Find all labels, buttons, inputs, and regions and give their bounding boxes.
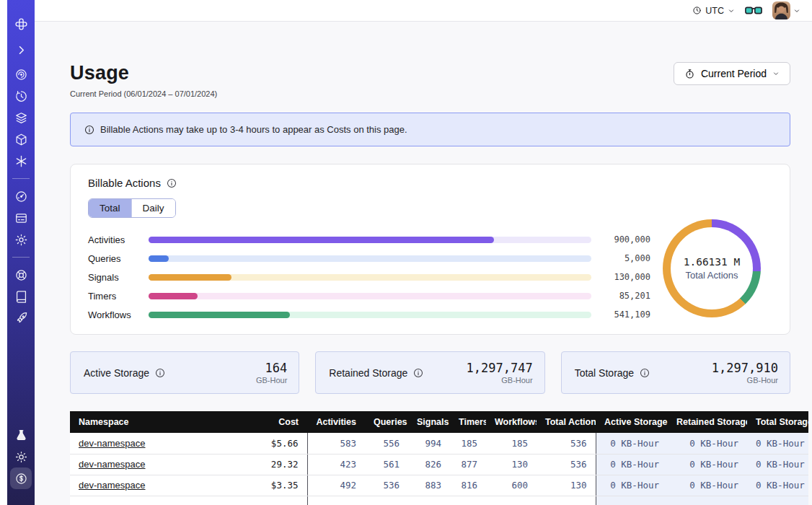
tab-daily[interactable]: Daily (131, 199, 175, 217)
storage-card: Total Storage 1,297,910 GB-Hour (561, 351, 790, 394)
bar-track (149, 293, 591, 299)
sidebar-divider (12, 178, 30, 179)
usage-gauge-icon[interactable] (10, 185, 32, 207)
table-cell: 0 KB-Hour (668, 433, 747, 454)
avatar (772, 1, 790, 19)
table-cell: 29.32 (247, 454, 307, 475)
bar-row: Queries 5,000 (88, 249, 650, 268)
expand-sidebar-chevron-icon[interactable] (10, 39, 32, 61)
bar-track (149, 312, 591, 318)
storage-unit: GB-Hour (467, 376, 533, 385)
billable-actions-card: Billable Actions Total Daily Activities … (70, 164, 790, 335)
bar-fill (149, 274, 231, 281)
table-header-row: NamespaceCostActivitiesQueriesSignalsTim… (70, 411, 808, 433)
table-row: dev-namespace$5.665835569941851855360 KB… (70, 433, 808, 454)
info-icon[interactable] (413, 368, 423, 378)
table-column-header: Total Storage (747, 411, 808, 433)
table-cell: 556 (365, 433, 408, 454)
main-area: UTC Usage Current Period (06/01/2024 – 0… (35, 0, 812, 505)
period-selector-label: Current Period (701, 68, 767, 79)
table-cell: 583 (307, 433, 365, 454)
lab-flask-icon[interactable] (10, 424, 32, 446)
storage-unit: GB-Hour (256, 376, 287, 385)
bar-category-label: Signals (88, 272, 149, 283)
storage-label: Retained Storage (329, 367, 407, 379)
table-cell: 185 (486, 433, 537, 454)
info-banner: Billable Actions may take up to 3-4 hour… (70, 113, 790, 146)
batch-layers-icon[interactable] (10, 107, 32, 128)
nexus-asterisk-icon[interactable] (10, 150, 32, 172)
getting-started-rocket-icon[interactable] (10, 307, 32, 329)
storage-label: Active Storage (84, 367, 149, 379)
table-cell (747, 496, 808, 505)
table-column-header: Total Actions (537, 411, 596, 433)
theme-sun-icon[interactable] (10, 446, 32, 467)
user-menu[interactable] (772, 1, 800, 19)
info-icon[interactable] (167, 178, 177, 188)
info-icon[interactable] (640, 368, 650, 378)
namespace-link[interactable]: dev-namespace (79, 459, 146, 470)
info-icon[interactable] (155, 368, 165, 378)
bar-value-label: 900,000 (599, 234, 650, 245)
table-cell: 536 (537, 433, 596, 454)
table-cell: 816 (450, 475, 486, 496)
namespace-cell: dev-namespace (70, 475, 247, 496)
table-cell (596, 496, 668, 505)
billable-actions-title: Billable Actions (88, 177, 161, 189)
app-window: UTC Usage Current Period (06/01/2024 – 0… (0, 0, 812, 505)
donut-total-label: Total Actions (686, 270, 738, 281)
sidebar-divider (12, 257, 30, 258)
deployments-cube-icon[interactable] (10, 128, 32, 150)
namespace-link[interactable]: dev-namespace (79, 438, 146, 449)
table-column-header: Active Storage (596, 411, 668, 433)
namespaces-icon[interactable] (10, 63, 32, 85)
table-cell: 492 (307, 475, 365, 496)
table-cell: $5.66 (247, 433, 307, 454)
bar-fill (149, 237, 494, 243)
total-actions-donut: 1.66131 M Total Actions (663, 219, 761, 317)
table-cell: 0 KB-Hour (596, 454, 668, 475)
billing-window-icon[interactable] (10, 207, 32, 229)
support-lifebuoy-icon[interactable] (10, 264, 32, 286)
bar-category-label: Timers (88, 291, 149, 302)
bar-value-label: 5,000 (599, 253, 650, 263)
settings-gear-icon[interactable] (10, 229, 32, 250)
table-cell: 877 (450, 454, 486, 475)
table-cell (247, 496, 307, 505)
table-row: dev-namespace$3.354925368838166001300 KB… (70, 475, 808, 496)
clock-icon (692, 6, 702, 15)
table-cell: 0 KB-Hour (668, 454, 747, 475)
table-body: dev-namespace$5.665835569941851855360 KB… (70, 433, 808, 505)
donut-total-value: 1.66131 M (684, 256, 741, 268)
bar-category-label: Workflows (88, 309, 149, 320)
bar-category-label: Queries (88, 253, 149, 264)
bar-fill (149, 293, 198, 299)
bar-track (149, 255, 591, 262)
table-cell (365, 496, 408, 505)
period-selector-button[interactable]: Current Period (674, 62, 790, 85)
table-cell: 826 (408, 454, 450, 475)
bar-row: Timers 85,201 (88, 286, 650, 305)
table-cell (486, 496, 537, 505)
timezone-selector[interactable]: UTC (692, 6, 735, 16)
billable-bar-chart: Activities 900,000 Queries 5,000 Signals… (88, 230, 650, 324)
sidebar (7, 0, 35, 505)
table-cell: 0 KB-Hour (747, 433, 808, 454)
storage-unit: GB-Hour (712, 376, 778, 385)
table-cell: 0 KB-Hour (668, 475, 747, 496)
docs-book-icon[interactable] (10, 286, 32, 307)
temporal-logo-icon[interactable] (10, 13, 32, 35)
chevron-down-icon (728, 7, 735, 14)
credits-coin-icon[interactable] (10, 467, 32, 489)
namespace-link[interactable]: dev-namespace (79, 480, 146, 491)
table-cell: 130 (537, 475, 596, 496)
table-cell: $3.35 (247, 475, 307, 496)
table-column-header: Queries (365, 411, 408, 433)
storage-label: Total Storage (575, 367, 635, 379)
namespace-cell: dev-namespace (70, 454, 247, 475)
schedules-icon[interactable] (10, 85, 32, 107)
page-subtitle: Current Period (06/01/2024 – 07/01/2024) (70, 89, 217, 98)
table-row: dev-namespace29.324235618268771305360 KB… (70, 454, 808, 475)
tab-total[interactable]: Total (89, 199, 131, 217)
goggles-icon[interactable] (745, 5, 762, 17)
